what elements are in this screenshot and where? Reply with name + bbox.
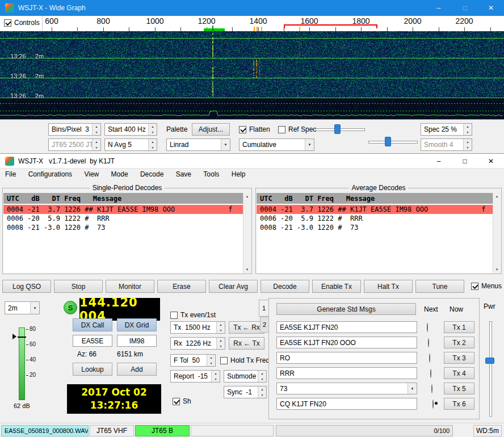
spinner-arrows[interactable]: ▲▼ — [216, 338, 225, 349]
scroll-up-icon[interactable]: ▲ — [243, 193, 251, 200]
tx-message-6-radio[interactable] — [432, 400, 434, 409]
minimize-icon[interactable]: – — [426, 0, 452, 16]
menu-item-tools[interactable]: Tools — [198, 169, 224, 180]
decode-list[interactable]: 0004 -21 3.7 1226 ## K1JT EA5SE IM98 OOO… — [257, 204, 493, 273]
spin-down-icon[interactable]: ▼ — [217, 343, 225, 349]
tx-message-2-field[interactable]: EA5SE K1JT FN20 OOO — [276, 337, 417, 348]
spinner-arrows[interactable]: ▲▼ — [258, 386, 266, 398]
report-spinner[interactable]: Report -15 ▲▼ — [170, 370, 220, 383]
tx-message-6-field[interactable]: CQ K1JT FN20 — [276, 398, 417, 410]
halt-tx-button[interactable]: Halt Tx — [364, 280, 413, 293]
scroll-down-icon[interactable]: ▼ — [493, 266, 501, 273]
wide-graph-titlebar[interactable]: WSJT-X - Wide Graph – □ ✕ — [0, 0, 504, 16]
spec-percent-spinner[interactable]: Spec 25 % ▲▼ — [421, 123, 472, 136]
waterfall-zero-slider[interactable] — [368, 136, 418, 148]
log-qso-button[interactable]: Log QSO — [2, 280, 51, 293]
tx-even-checkbox[interactable]: Tx even/1st — [170, 311, 216, 319]
tx-message-5-radio[interactable] — [431, 384, 432, 393]
ref-spec-checkbox[interactable]: Ref Spec — [278, 125, 316, 133]
tx-message-1-radio[interactable] — [427, 323, 428, 332]
bins-pixel-spinner[interactable]: Bins/Pixel 3 ▲▼ — [48, 123, 101, 136]
hold-tx-freq-checkbox[interactable]: Hold Tx Freq — [220, 356, 270, 364]
tx-4-button[interactable]: Tx 4 — [444, 367, 474, 379]
f-tol-spinner[interactable]: F Tol 50 ▲▼ — [170, 354, 216, 367]
tune-button[interactable]: Tune — [415, 280, 464, 293]
menu-item-configurations[interactable]: Configurations — [23, 169, 77, 180]
spin-up-icon[interactable]: ▲ — [258, 386, 266, 392]
checkbox-box[interactable] — [471, 283, 478, 290]
close-icon[interactable]: ✕ — [478, 154, 504, 168]
spinner-arrows[interactable]: ▲▼ — [148, 139, 157, 150]
close-icon[interactable]: ✕ — [478, 0, 504, 16]
spin-up-icon[interactable]: ▲ — [149, 139, 157, 145]
menus-checkbox[interactable]: Menus — [471, 282, 502, 290]
dx-call-field[interactable]: EA5SE — [73, 335, 112, 347]
decode-row[interactable]: 0004 -21 3.7 1226 ## K1JT EA5SE IM98 OOO… — [257, 205, 493, 214]
spin-up-icon[interactable]: ▲ — [149, 124, 157, 129]
decode-button[interactable]: Decode — [261, 280, 309, 293]
tx-freq-spinner[interactable]: Tx 1500 Hz ▲▼ — [170, 321, 225, 334]
spin-down-icon[interactable]: ▼ — [464, 129, 472, 135]
scrollbar[interactable]: ▲ ▼ — [493, 193, 501, 273]
main-titlebar[interactable]: WSJT-X v1.7.1-devel by K1JT – □ ✕ — [0, 154, 504, 169]
start-freq-spinner[interactable]: Start 400 Hz ▲▼ — [104, 123, 157, 136]
rx-from-tx-button[interactable]: Rx ← Tx — [229, 337, 264, 350]
spinner-arrows[interactable]: ▲▼ — [92, 124, 100, 135]
decode-list[interactable]: 0004 -21 3.7 1226 ## K1JT EA5SE IM98 OOO… — [3, 204, 243, 273]
spectrum-type-combo[interactable]: Cumulative ▼ — [239, 138, 314, 151]
menu-item-mode[interactable]: Mode — [106, 169, 133, 180]
spin-down-icon[interactable]: ▼ — [93, 129, 100, 135]
waterfall-canvas[interactable] — [0, 31, 504, 119]
spin-up-icon[interactable]: ▲ — [464, 139, 472, 145]
spin-up-icon[interactable]: ▲ — [207, 355, 215, 360]
spinner-arrows[interactable]: ▲▼ — [211, 371, 220, 382]
dx-grid-field[interactable]: IM98 — [117, 335, 157, 347]
spin-up-icon[interactable]: ▲ — [217, 338, 225, 343]
tx-message-5-combo[interactable]: 73 ▼ — [276, 383, 417, 394]
tx-message-1-field[interactable]: EA5SE K1JT FN20 — [276, 321, 417, 333]
enable-tx-button[interactable]: Enable Tx — [312, 280, 361, 293]
spin-down-icon[interactable]: ▼ — [258, 376, 266, 382]
tx-6-button[interactable]: Tx 6 — [444, 398, 474, 410]
sync-spinner[interactable]: Sync -1 ▲▼ — [224, 386, 267, 398]
menu-item-decode[interactable]: Decode — [135, 169, 169, 180]
monitor-button[interactable]: Monitor — [106, 280, 154, 293]
spin-down-icon[interactable]: ▼ — [212, 376, 220, 382]
tx-message-4-field[interactable]: RRR — [276, 367, 417, 379]
spin-up-icon[interactable]: ▲ — [93, 124, 100, 129]
smooth-spinner[interactable]: Smooth 4 ▲▼ — [421, 138, 472, 151]
menu-item-save[interactable]: Save — [171, 169, 196, 180]
checkbox-box[interactable] — [170, 312, 178, 319]
spinner-arrows[interactable]: ▲▼ — [258, 371, 266, 382]
checkbox-box[interactable] — [239, 126, 246, 133]
maximize-icon[interactable]: □ — [452, 0, 478, 16]
checkbox-box[interactable] — [278, 126, 285, 133]
decode-row[interactable]: 0008 -21 -3.0 1220 # 73 — [3, 223, 243, 232]
tx-3-button[interactable]: Tx 3 — [444, 352, 474, 364]
spin-down-icon[interactable]: ▼ — [207, 360, 215, 366]
tx-message-3-radio[interactable] — [429, 354, 430, 363]
chevron-down-icon[interactable]: ▼ — [221, 139, 230, 150]
tab-2[interactable]: 2 — [260, 317, 268, 333]
spin-up-icon[interactable]: ▲ — [258, 371, 266, 376]
spin-up-icon[interactable]: ▲ — [93, 139, 100, 145]
tx-5-button[interactable]: Tx 5 — [444, 383, 474, 394]
spin-down-icon[interactable]: ▼ — [258, 392, 266, 398]
generate-std-msgs-button[interactable]: Generate Std Msgs — [276, 303, 416, 315]
spin-up-icon[interactable]: ▲ — [464, 124, 472, 129]
stop-button[interactable]: Stop — [54, 280, 103, 293]
add-button[interactable]: Add — [117, 363, 157, 376]
chevron-down-icon[interactable]: ▼ — [305, 139, 314, 150]
spinner-arrows[interactable]: ▲▼ — [463, 139, 472, 150]
decode-row[interactable]: 0008 -21 -3.0 1220 # 73 — [257, 223, 493, 232]
chevron-down-icon[interactable]: ▼ — [408, 383, 417, 394]
decode-row[interactable]: 0004 -21 3.7 1226 ## K1JT EA5SE IM98 OOO… — [3, 205, 243, 214]
decode-row[interactable]: 0006 -20 5.9 1222 # RRR — [257, 214, 493, 223]
submode-spinner[interactable]: Submode B ▲▼ — [224, 370, 267, 383]
slider-handle[interactable] — [334, 124, 341, 134]
menu-item-file[interactable]: File — [0, 169, 21, 180]
dx-grid-button[interactable]: DX Grid — [117, 318, 157, 331]
controls-checkbox[interactable]: Controls — [4, 19, 40, 27]
scroll-down-icon[interactable]: ▼ — [243, 266, 251, 273]
rx-freq-spinner[interactable]: Rx 1226 Hz ▲▼ — [170, 337, 225, 350]
